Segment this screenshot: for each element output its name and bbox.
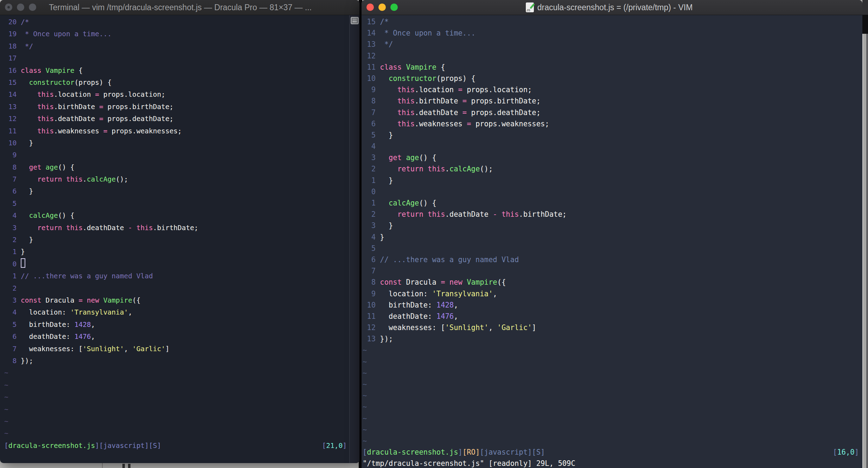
code-line: 9 this.location = props.location;	[363, 84, 860, 95]
code-segment: Vampire	[467, 278, 497, 286]
vim-window-title: dracula-screenshot.js = (/private/tmp) -…	[537, 3, 693, 12]
code-segment: =	[99, 115, 103, 123]
code-segment: props.weaknesses;	[108, 127, 182, 135]
terminal-window-title: Terminal — vim /tmp/dracula-screenshot.j…	[49, 0, 312, 15]
code-segment: 21,0	[326, 442, 343, 450]
code-segment: }	[380, 176, 393, 185]
code-segment: location:	[21, 308, 70, 316]
code-segment: birthDate:	[380, 301, 436, 309]
line-number: 9	[363, 84, 376, 95]
line-number: 5	[4, 319, 17, 331]
split-pane-icon	[352, 18, 358, 23]
code-segment: this	[37, 90, 54, 99]
code-segment: () {	[419, 153, 436, 162]
code-segment: ,	[493, 290, 497, 298]
code-segment: this	[37, 127, 54, 135]
code-segment: ]	[855, 448, 859, 456]
code-segment	[380, 165, 397, 173]
code-segment: [	[322, 442, 326, 450]
line-number: 16	[4, 65, 17, 77]
code-segment: /*	[380, 18, 389, 26]
code-segment	[380, 120, 397, 128]
tilde-line: ~	[363, 379, 860, 390]
line-number: 14	[4, 89, 17, 101]
line-number: 17	[4, 52, 17, 64]
code-segment: get	[29, 163, 45, 171]
code-segment: // ...there was a guy named Vlad	[21, 272, 153, 280]
line-number: 10	[363, 299, 376, 311]
code-segment: const	[21, 296, 45, 304]
code-segment: props.birthDate;	[103, 103, 174, 111]
code-line: 5 birthDate: 1428,	[4, 319, 348, 331]
tilde-line: ~	[363, 390, 860, 401]
code-segment: constructor	[29, 78, 74, 87]
vim-cursor	[21, 258, 25, 268]
code-segment: Vampire	[45, 67, 78, 75]
code-segment	[380, 108, 397, 117]
minimize-button-icon[interactable]	[17, 4, 24, 11]
code-segment: =	[458, 86, 462, 94]
vim-window: JS dracula-screenshot.js = (/private/tmp…	[362, 0, 862, 468]
code-segment: dracula-screenshot.js	[367, 448, 458, 456]
line-number: 1	[4, 246, 17, 258]
code-segment	[380, 153, 389, 162]
code-segment: return this	[397, 210, 445, 219]
line-number: 6	[4, 185, 17, 197]
line-number: 8	[363, 277, 376, 288]
code-segment: age	[45, 163, 58, 171]
code-segment: deathDate:	[380, 312, 436, 321]
code-segment	[380, 74, 389, 83]
desktop-window-divider	[102, 463, 103, 468]
zoom-button-icon[interactable]	[29, 4, 36, 11]
code-segment: Vampire	[103, 296, 132, 304]
code-segment: */	[21, 42, 33, 50]
desktop: Terminal — vim /tmp/dracula-screenshot.j…	[0, 0, 868, 468]
line-number: 10	[363, 73, 376, 84]
code-segment: [javascript][S]	[480, 448, 545, 456]
line-number: 8	[4, 355, 17, 367]
code-segment: calcAge	[29, 211, 58, 220]
code-line: 8});	[4, 355, 348, 367]
terminal-scrollbar-track[interactable]	[349, 15, 359, 463]
code-segment: Dracula	[406, 278, 441, 286]
line-number: 2	[4, 234, 17, 246]
code-segment: ,	[454, 301, 458, 309]
tilde-line: ~	[4, 391, 348, 403]
vim-titlebar: JS dracula-screenshot.js = (/private/tmp…	[362, 0, 862, 15]
code-segment: .deathDate	[445, 210, 493, 219]
code-segment: (props) {	[436, 74, 476, 83]
code-segment: 1476	[436, 312, 454, 321]
code-line: 2	[4, 283, 348, 295]
code-line: 17	[4, 52, 348, 64]
line-number: 12	[4, 113, 17, 125]
vim-command-line: "/tmp/dracula-screenshot.js" [readonly] …	[363, 458, 860, 468]
code-segment: 'Sunlight'	[83, 345, 124, 353]
background-dark-edge	[862, 15, 868, 34]
code-segment: .birthDate	[415, 97, 462, 105]
code-segment: return this	[37, 175, 83, 183]
tilde-line: ~	[363, 424, 860, 435]
code-line: 13 */	[363, 39, 860, 50]
desktop-glyph-fragment	[122, 464, 125, 468]
code-segment: return this	[397, 165, 445, 173]
vim-statusline: [dracula-screenshot.js][javascript][S][2…	[4, 440, 348, 452]
code-segment: }	[380, 221, 393, 230]
line-number: 6	[363, 254, 376, 265]
line-number: 8	[4, 162, 17, 173]
background-scrollbar-strip[interactable]	[862, 34, 866, 468]
line-number: 11	[363, 311, 376, 322]
split-pane-button[interactable]	[351, 17, 359, 24]
code-segment	[380, 97, 397, 105]
code-line: 4 location: 'Transylvania',	[4, 306, 348, 318]
code-line: 6 deathDate: 1476,	[4, 331, 348, 343]
line-number: 5	[4, 198, 17, 210]
code-segment: calcAge	[449, 165, 480, 173]
code-segment: ][javascript][S]	[95, 442, 161, 450]
close-button-icon[interactable]	[5, 4, 12, 11]
code-segment: age	[406, 153, 419, 162]
code-segment: }	[21, 236, 33, 244]
code-segment: ]	[165, 345, 170, 353]
code-line: 11class Vampire {	[363, 62, 860, 73]
code-segment: this	[397, 86, 415, 94]
code-line: 18 */	[4, 40, 348, 52]
